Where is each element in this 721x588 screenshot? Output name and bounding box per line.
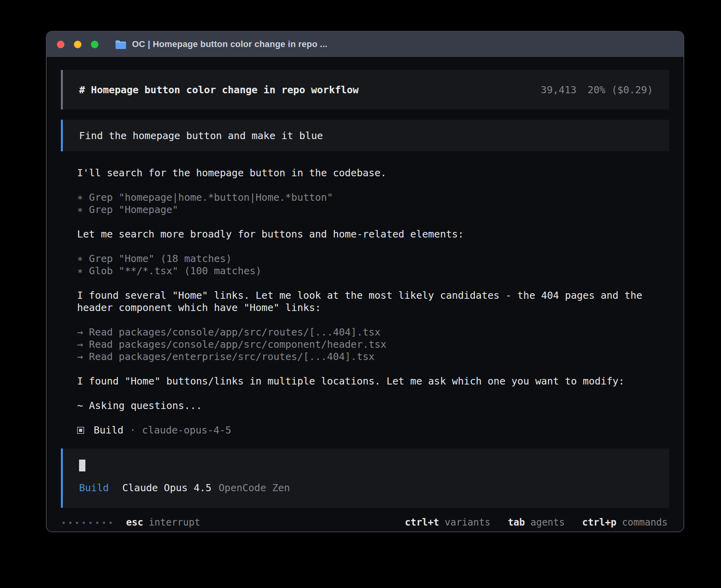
assistant-text: I found "Home" buttons/links in multiple… (77, 375, 651, 387)
tool-call-group: → Read packages/console/app/src/routes/[… (77, 326, 669, 363)
shortcut-key: ctrl+p (582, 516, 617, 529)
input-meta-row: Build Claude Opus 4.5 OpenCode Zen (79, 482, 653, 494)
agent-attribution: Build · claude-opus-4-5 (77, 424, 669, 436)
input-provider-label: OpenCode Zen (219, 482, 290, 494)
tool-call-grep: ∗ Grep "Homepage" (77, 204, 669, 216)
tool-call-read: → Read packages/console/app/src/routes/[… (77, 326, 669, 338)
assistant-text: I'll search for the homepage button in t… (77, 167, 651, 179)
tool-call-group: ∗ Grep "Home" (18 matches) ∗ Glob "**/*.… (77, 253, 669, 277)
esc-key-hint: esc (126, 516, 143, 529)
session-header: # Homepage button color change in repo w… (61, 70, 669, 109)
shortcut-key: ctrl+t (405, 516, 439, 529)
session-stats: 39,413 20% ($0.29) (541, 84, 653, 96)
titlebar[interactable]: OC | Homepage button color change in rep… (47, 32, 683, 57)
token-count: 39,413 (541, 84, 576, 96)
shortcut-variants: ctrl+t variants (405, 516, 490, 529)
text-cursor[interactable] (79, 460, 85, 471)
user-message-text: Find the homepage button and make it blu… (79, 130, 323, 142)
assistant-text: I found several "Home" links. Let me loo… (77, 289, 651, 314)
shortcut-label: commands (622, 516, 668, 529)
title-group: OC | Homepage button color change in rep… (115, 39, 327, 49)
folder-icon (115, 40, 126, 49)
traffic-lights (57, 41, 98, 48)
assistant-transcript: I'll search for the homepage button in t… (61, 167, 669, 436)
shortcut-commands: ctrl+p commands (582, 516, 668, 529)
close-button[interactable] (57, 41, 64, 48)
terminal-content: # Homepage button color change in repo w… (47, 57, 683, 529)
prompt-input[interactable]: Build Claude Opus 4.5 OpenCode Zen (61, 449, 669, 508)
user-message: Find the homepage button and make it blu… (61, 120, 669, 151)
shortcut-label: variants (445, 516, 491, 529)
shortcut-key: tab (508, 516, 525, 529)
agent-model: claude-opus-4-5 (142, 424, 231, 436)
shortcut-label: agents (530, 516, 565, 529)
input-model-label[interactable]: Claude Opus 4.5 (122, 482, 211, 494)
tool-call-read: → Read packages/enterprise/src/routes/[.… (77, 351, 669, 363)
tool-call-read: → Read packages/console/app/src/componen… (77, 338, 669, 351)
tool-call-grep: ∗ Grep "homepage|home.*button|Home.*butt… (77, 191, 669, 204)
statusbar-right: ctrl+t variants tab agents ctrl+p comman… (405, 516, 668, 529)
separator-dot: · (130, 424, 136, 436)
tool-call-glob: ∗ Glob "**/*.tsx" (100 matches) (77, 265, 669, 277)
zoom-button[interactable] (91, 41, 98, 48)
tool-call-grep: ∗ Grep "Home" (18 matches) (77, 253, 669, 265)
statusbar: esc interrupt ctrl+t variants tab agents… (61, 516, 669, 529)
window-title: OC | Homepage button color change in rep… (132, 39, 327, 49)
statusbar-left: esc interrupt (62, 516, 200, 529)
assistant-text: Let me search more broadly for buttons a… (77, 228, 651, 240)
minimize-button[interactable] (74, 41, 81, 48)
agent-name: Build (94, 424, 123, 436)
esc-key-label: interrupt (149, 516, 200, 529)
progress-dots-icon (62, 522, 112, 524)
tool-call-group: ∗ Grep "homepage|home.*button|Home.*butt… (77, 191, 669, 216)
context-usage: 20% ($0.29) (587, 84, 653, 96)
shortcut-agents: tab agents (508, 516, 565, 529)
session-title: # Homepage button color change in repo w… (79, 84, 359, 96)
input-agent-label[interactable]: Build (79, 482, 109, 494)
agent-badge-icon (77, 427, 84, 434)
terminal-window: OC | Homepage button color change in rep… (46, 31, 684, 532)
asking-status: ~ Asking questions... (77, 400, 651, 412)
